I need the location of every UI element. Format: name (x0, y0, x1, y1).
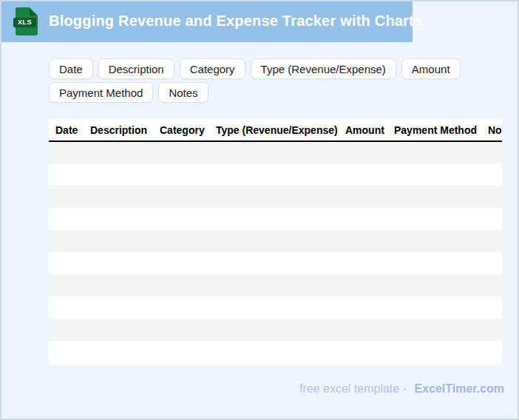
table-cell (339, 297, 387, 319)
table-cell (49, 319, 84, 341)
xls-file-icon: XLS (16, 7, 38, 35)
column-header-category: Category (153, 119, 209, 141)
table-cell (84, 274, 153, 297)
table-cell (481, 141, 502, 163)
table-cell (84, 186, 153, 208)
table-cell (481, 319, 502, 341)
table-cell (481, 208, 502, 230)
tracker-table: Date Description Category Type (Revenue/… (49, 119, 502, 363)
table-cell (209, 252, 339, 274)
table-cell (209, 186, 339, 208)
table-cell (49, 141, 84, 163)
table-cell (387, 319, 481, 341)
table-cell (153, 319, 209, 341)
table-cell (84, 252, 153, 274)
table-cell (153, 230, 209, 252)
table-cell (153, 208, 209, 230)
chip-category[interactable]: Category (180, 58, 245, 79)
table-cell (209, 230, 339, 252)
table-cell (209, 319, 339, 341)
table-cell (387, 163, 481, 186)
table-cell (387, 297, 481, 319)
chip-amount[interactable]: Amount (401, 58, 461, 79)
tracker-table-panel: Date Description Category Type (Revenue/… (49, 119, 502, 365)
table-cell (49, 274, 84, 297)
table-header-row: Date Description Category Type (Revenue/… (49, 119, 502, 141)
chip-description[interactable]: Description (98, 58, 174, 79)
table-cell (387, 274, 481, 297)
table-cell (481, 163, 502, 186)
table-cell (49, 252, 84, 274)
table-cell (49, 186, 84, 208)
table-cell (387, 208, 481, 230)
table-cell (84, 208, 153, 230)
table-body (49, 141, 502, 363)
table-cell (481, 186, 502, 208)
xls-file-icon-corner-fold (30, 9, 36, 16)
table-cell (481, 341, 502, 363)
column-header-amount: Amount (339, 119, 387, 141)
field-chip-group: Date Description Category Type (Revenue/… (49, 58, 503, 103)
chip-date[interactable]: Date (49, 58, 93, 79)
table-cell (481, 252, 502, 274)
table-row (49, 141, 502, 163)
table-row (49, 319, 502, 341)
table-cell (84, 319, 153, 341)
table-cell (153, 297, 209, 319)
column-header-payment-method: Payment Method (387, 119, 481, 141)
table-cell (153, 163, 209, 186)
app-header: XLS Blogging Revenue and Expense Tracker… (0, 0, 413, 42)
table-cell (209, 208, 339, 230)
table-cell (209, 141, 339, 163)
xls-file-icon-label: XLS (13, 18, 36, 27)
table-cell (49, 163, 84, 186)
table-cell (339, 141, 387, 163)
chip-notes[interactable]: Notes (158, 82, 208, 103)
footer-brand-link[interactable]: ExcelTimer.com (414, 382, 504, 395)
chip-payment-method[interactable]: Payment Method (49, 82, 153, 103)
page-title: Blogging Revenue and Expense Tracker wit… (49, 13, 422, 30)
table-cell (84, 163, 153, 186)
table-cell (481, 274, 502, 297)
table-row (49, 230, 502, 252)
table-cell (49, 297, 84, 319)
table-row (49, 186, 502, 208)
chip-type[interactable]: Type (Revenue/Expense) (251, 58, 396, 79)
table-cell (49, 341, 84, 363)
table-row (49, 297, 502, 319)
table-cell (387, 252, 481, 274)
table-row (49, 163, 502, 186)
footer: free excel template - ExcelTimer.com (51, 382, 504, 396)
table-row (49, 341, 502, 363)
table-cell (339, 341, 387, 363)
table-cell (209, 341, 339, 363)
table-cell (387, 341, 481, 363)
table-cell (84, 297, 153, 319)
column-header-notes: Notes (481, 119, 502, 141)
table-cell (387, 230, 481, 252)
column-header-description: Description (84, 119, 153, 141)
table-cell (339, 319, 387, 341)
table-cell (209, 297, 339, 319)
table-cell (387, 186, 481, 208)
column-header-date: Date (49, 119, 84, 141)
table-cell (339, 230, 387, 252)
table-cell (339, 186, 387, 208)
table-row (49, 252, 502, 274)
table-cell (153, 186, 209, 208)
table-cell (49, 208, 84, 230)
table-cell (153, 141, 209, 163)
table-cell (339, 208, 387, 230)
table-cell (481, 230, 502, 252)
table-cell (209, 163, 339, 186)
table-cell (209, 274, 339, 297)
table-cell (84, 141, 153, 163)
table-cell (339, 274, 387, 297)
table-cell (153, 252, 209, 274)
table-cell (387, 141, 481, 163)
table-cell (84, 341, 153, 363)
table-cell (481, 297, 502, 319)
table-cell (153, 274, 209, 297)
footer-tagline: free excel template - (299, 382, 407, 395)
table-cell (153, 341, 209, 363)
